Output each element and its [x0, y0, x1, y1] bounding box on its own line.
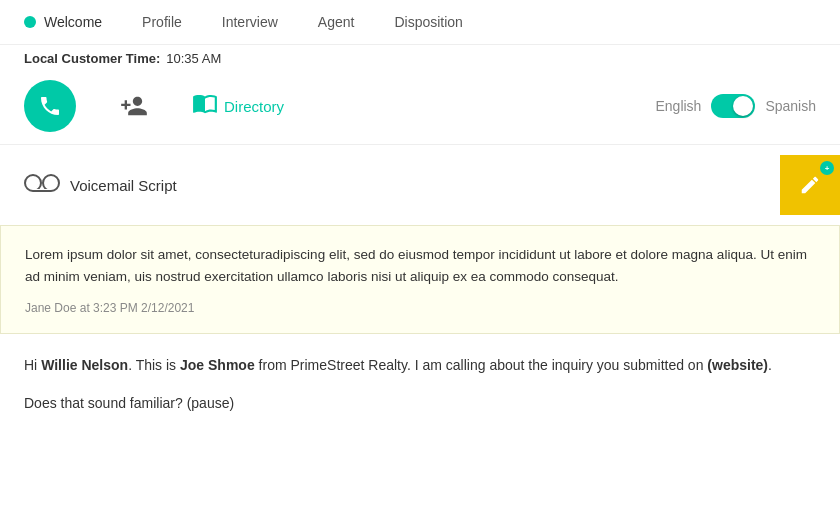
edit-button[interactable]: +	[780, 155, 840, 215]
script-middle: . This is	[128, 357, 180, 373]
welcome-label: Welcome	[44, 14, 102, 30]
note-box: Lorem ipsum dolor sit amet, consectetura…	[0, 225, 840, 334]
nav-agent[interactable]: Agent	[318, 14, 355, 30]
script-name1: Willie Nelson	[41, 357, 128, 373]
edit-badge: +	[820, 161, 834, 175]
badge-icon: +	[825, 164, 830, 173]
add-person-button[interactable]	[108, 80, 160, 132]
time-row: Local Customer Time: 10:35 AM	[0, 45, 840, 76]
script-suffix: from PrimeStreet Realty. I am calling ab…	[255, 357, 708, 373]
svg-point-1	[43, 175, 59, 191]
script-end: .	[768, 357, 772, 373]
nav-interview[interactable]: Interview	[222, 14, 278, 30]
voicemail-label-container: Voicemail Script	[24, 172, 177, 199]
nav-profile[interactable]: Profile	[142, 14, 182, 30]
spanish-label: Spanish	[765, 98, 816, 114]
phone-icon	[38, 94, 62, 118]
top-nav: Welcome Profile Interview Agent Disposit…	[0, 0, 840, 45]
time-value: 10:35 AM	[166, 51, 221, 66]
script-content: Hi Willie Nelson. This is Joe Shmoe from…	[0, 334, 840, 450]
toggle-knob	[733, 96, 753, 116]
voicemail-svg	[24, 172, 60, 194]
voicemail-text: Voicemail Script	[70, 177, 177, 194]
script-website: (website)	[707, 357, 768, 373]
voicemail-bar: Voicemail Script +	[0, 144, 840, 225]
add-person-icon	[120, 92, 148, 120]
english-label: English	[655, 98, 701, 114]
directory-button[interactable]: Directory	[192, 90, 284, 122]
icon-toolbar: Directory English Spanish	[0, 76, 840, 144]
phone-button[interactable]	[24, 80, 76, 132]
time-label: Local Customer Time:	[24, 51, 160, 66]
script-name2: Joe Shmoe	[180, 357, 255, 373]
book-icon	[192, 90, 218, 116]
nav-welcome[interactable]: Welcome	[24, 14, 102, 30]
pencil-icon	[799, 174, 821, 196]
phone-circle	[24, 80, 76, 132]
script-line2: Does that sound familiar? (pause)	[24, 392, 816, 416]
toggle-switch[interactable]	[711, 94, 755, 118]
script-line1: Hi Willie Nelson. This is Joe Shmoe from…	[24, 354, 816, 378]
script-prefix: Hi	[24, 357, 41, 373]
note-body: Lorem ipsum dolor sit amet, consectetura…	[25, 244, 815, 287]
svg-point-0	[25, 175, 41, 191]
voicemail-icon	[24, 172, 60, 199]
directory-label: Directory	[224, 98, 284, 115]
note-meta: Jane Doe at 3:23 PM 2/12/2021	[25, 301, 194, 315]
status-dot	[24, 16, 36, 28]
language-toggle[interactable]: English Spanish	[655, 94, 816, 118]
nav-disposition[interactable]: Disposition	[394, 14, 462, 30]
directory-book-icon	[192, 90, 218, 122]
